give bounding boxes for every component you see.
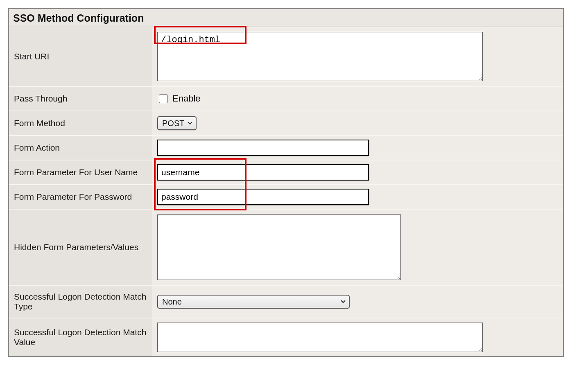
row-hidden-params: Hidden Form Parameters/Values xyxy=(9,210,563,286)
hidden-params-input[interactable] xyxy=(157,214,401,280)
form-method-select-value: POST xyxy=(162,119,184,128)
label-form-action: Form Action xyxy=(9,136,152,160)
label-form-param-pass: Form Parameter For Password xyxy=(9,185,152,209)
label-start-uri: Start URI xyxy=(9,30,152,83)
value-form-param-pass xyxy=(152,185,563,209)
pass-through-checkbox-label: Enable xyxy=(172,93,201,104)
row-start-uri: Start URI xyxy=(9,27,563,87)
value-detect-type: None xyxy=(152,286,563,318)
row-detect-value: Successful Logon Detection Match Value xyxy=(9,318,563,356)
start-uri-input[interactable] xyxy=(157,32,483,81)
value-pass-through: Enable xyxy=(152,87,563,111)
pass-through-checkbox[interactable] xyxy=(159,94,168,103)
section-title: SSO Method Configuration xyxy=(9,9,563,27)
label-detect-value: Successful Logon Detection Match Value xyxy=(9,321,152,353)
row-form-param-pass: Form Parameter For Password xyxy=(9,185,563,210)
detect-type-select-value: None xyxy=(162,297,182,307)
sso-method-configuration-panel: SSO Method Configuration Start URI Pass … xyxy=(8,8,564,357)
value-form-action xyxy=(152,136,563,160)
row-form-action: Form Action xyxy=(9,136,563,160)
value-start-uri xyxy=(152,27,563,86)
row-form-method: Form Method POST xyxy=(9,111,563,136)
form-method-select[interactable]: POST xyxy=(157,116,197,130)
label-pass-through: Pass Through xyxy=(9,87,152,111)
detect-value-input[interactable] xyxy=(157,323,483,352)
form-action-input[interactable] xyxy=(157,140,369,156)
chevron-down-icon xyxy=(188,122,192,125)
label-hidden-params: Hidden Form Parameters/Values xyxy=(9,210,152,284)
label-detect-type: Successful Logon Detection Match Type xyxy=(9,286,152,318)
row-detect-type: Successful Logon Detection Match Type No… xyxy=(9,286,563,318)
value-form-method: POST xyxy=(152,111,563,135)
label-form-method: Form Method xyxy=(9,111,152,135)
value-hidden-params xyxy=(152,210,563,285)
label-form-param-user: Form Parameter For User Name xyxy=(9,160,152,184)
pass-through-checkbox-wrap[interactable]: Enable xyxy=(157,93,201,104)
value-detect-value xyxy=(152,318,563,356)
detect-type-select[interactable]: None xyxy=(157,295,350,309)
row-form-param-user: Form Parameter For User Name xyxy=(9,160,563,185)
chevron-down-icon xyxy=(341,300,346,303)
form-param-user-input[interactable] xyxy=(157,164,369,181)
form-param-pass-input[interactable] xyxy=(157,189,369,205)
value-form-param-user xyxy=(152,160,563,184)
row-pass-through: Pass Through Enable xyxy=(9,87,563,111)
